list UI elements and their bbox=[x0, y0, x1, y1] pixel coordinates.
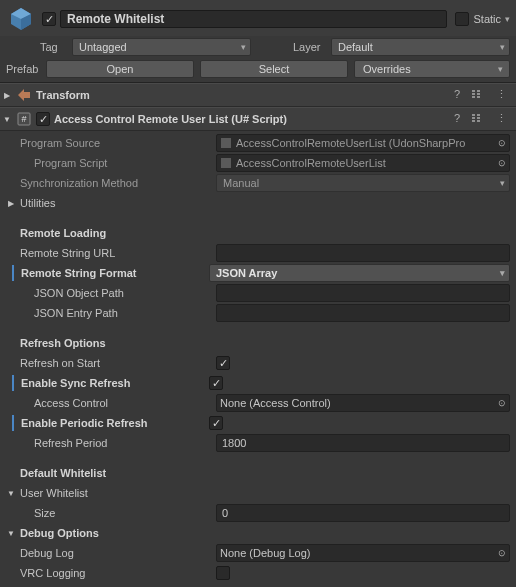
static-dropdown-icon[interactable]: ▾ bbox=[505, 14, 510, 24]
component-title-transform: Transform bbox=[36, 89, 444, 101]
asset-icon bbox=[220, 137, 232, 149]
access-control-field[interactable]: None (Access Control) ⊙ bbox=[216, 394, 510, 412]
prefab-label: Prefab bbox=[6, 63, 40, 75]
svg-rect-6 bbox=[221, 158, 231, 168]
script-icon bbox=[220, 157, 232, 169]
picker-icon[interactable]: ⊙ bbox=[498, 158, 506, 168]
preset-icon[interactable] bbox=[470, 88, 488, 102]
enable-periodic-label: Enable Periodic Refresh bbox=[21, 417, 205, 429]
refresh-period-label: Refresh Period bbox=[20, 437, 212, 449]
udon-script-icon: # bbox=[16, 111, 32, 127]
json-object-path-label: JSON Object Path bbox=[20, 287, 212, 299]
tag-label: Tag bbox=[40, 41, 68, 53]
component-enabled-checkbox[interactable] bbox=[36, 112, 50, 126]
remote-url-label: Remote String URL bbox=[20, 247, 212, 259]
transform-foldout[interactable]: ▶ bbox=[2, 90, 12, 100]
layer-dropdown[interactable]: Default bbox=[331, 38, 510, 56]
prefab-select-button[interactable]: Select bbox=[200, 60, 348, 78]
remote-loading-header: Remote Loading bbox=[20, 227, 212, 239]
picker-icon[interactable]: ⊙ bbox=[498, 548, 506, 558]
enable-sync-checkbox[interactable] bbox=[209, 376, 223, 390]
remote-format-dropdown[interactable]: JSON Array bbox=[209, 264, 510, 282]
size-input[interactable] bbox=[216, 504, 510, 522]
sync-method-dropdown[interactable]: Manual bbox=[216, 174, 510, 192]
utilities-label: Utilities bbox=[20, 197, 212, 209]
picker-icon[interactable]: ⊙ bbox=[498, 138, 506, 148]
menu-icon[interactable]: ⋮ bbox=[492, 88, 510, 102]
vrc-logging-label: VRC Logging bbox=[20, 567, 212, 579]
svg-rect-5 bbox=[221, 138, 231, 148]
sync-method-label: Synchronization Method bbox=[20, 177, 212, 189]
default-whitelist-header: Default Whitelist bbox=[20, 467, 212, 479]
debug-options-foldout[interactable]: ▼ bbox=[6, 528, 16, 538]
help-icon[interactable]: ? bbox=[448, 112, 466, 126]
json-entry-path-label: JSON Entry Path bbox=[20, 307, 212, 319]
program-script-field[interactable]: AccessControlRemoteUserList ⊙ bbox=[216, 154, 510, 172]
remote-url-input[interactable] bbox=[216, 244, 510, 262]
component-title-script: Access Control Remote User List (U# Scri… bbox=[54, 113, 444, 125]
refresh-options-header: Refresh Options bbox=[20, 337, 212, 349]
svg-text:#: # bbox=[21, 114, 26, 124]
debug-log-field[interactable]: None (Debug Log) ⊙ bbox=[216, 544, 510, 562]
script-foldout[interactable]: ▼ bbox=[2, 114, 12, 124]
active-checkbox[interactable] bbox=[42, 12, 56, 26]
static-label: Static bbox=[473, 13, 501, 25]
refresh-period-input[interactable] bbox=[216, 434, 510, 452]
layer-label: Layer bbox=[293, 41, 327, 53]
remote-format-label: Remote String Format bbox=[21, 267, 205, 279]
preset-icon[interactable] bbox=[470, 112, 488, 126]
program-source-field[interactable]: AccessControlRemoteUserList (UdonSharpPr… bbox=[216, 134, 510, 152]
menu-icon[interactable]: ⋮ bbox=[492, 112, 510, 126]
enable-sync-label: Enable Sync Refresh bbox=[21, 377, 205, 389]
access-control-label: Access Control bbox=[20, 397, 212, 409]
prefab-overrides-button[interactable]: Overrides bbox=[354, 60, 510, 78]
json-object-path-input[interactable] bbox=[216, 284, 510, 302]
enable-periodic-checkbox[interactable] bbox=[209, 416, 223, 430]
user-whitelist-label: User Whitelist bbox=[20, 487, 212, 499]
vrc-logging-checkbox[interactable] bbox=[216, 566, 230, 580]
debug-log-label: Debug Log bbox=[20, 547, 212, 559]
refresh-on-start-label: Refresh on Start bbox=[20, 357, 212, 369]
utilities-foldout[interactable]: ▶ bbox=[6, 198, 16, 208]
help-icon[interactable]: ? bbox=[448, 88, 466, 102]
tag-dropdown[interactable]: Untagged bbox=[72, 38, 251, 56]
json-entry-path-input[interactable] bbox=[216, 304, 510, 322]
static-checkbox[interactable] bbox=[455, 12, 469, 26]
program-script-label: Program Script bbox=[20, 157, 212, 169]
debug-options-header: Debug Options bbox=[20, 527, 212, 539]
program-source-label: Program Source bbox=[20, 137, 212, 149]
size-label: Size bbox=[20, 507, 212, 519]
transform-icon bbox=[16, 87, 32, 103]
refresh-on-start-checkbox[interactable] bbox=[216, 356, 230, 370]
object-name-input[interactable] bbox=[60, 10, 447, 28]
user-whitelist-foldout[interactable]: ▼ bbox=[6, 488, 16, 498]
picker-icon[interactable]: ⊙ bbox=[498, 398, 506, 408]
prefab-open-button[interactable]: Open bbox=[46, 60, 194, 78]
gameobject-icon bbox=[6, 4, 36, 34]
